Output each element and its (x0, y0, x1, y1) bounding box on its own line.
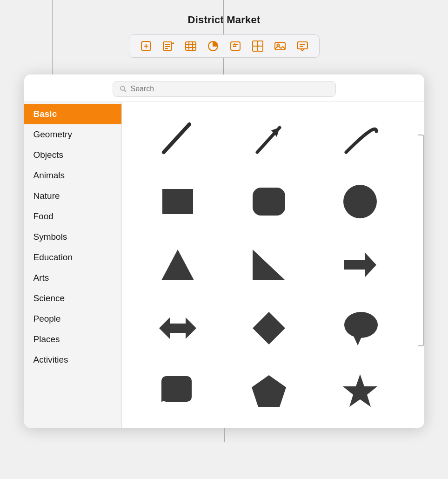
sidebar-item-people[interactable]: People (24, 309, 121, 329)
svg-point-43 (344, 312, 378, 338)
chart-icon[interactable] (207, 40, 220, 53)
shape-circle[interactable] (317, 174, 403, 229)
svg-text:A: A (233, 42, 236, 47)
shape-callout[interactable] (135, 364, 221, 419)
svg-marker-39 (253, 250, 285, 280)
table-icon[interactable] (184, 40, 197, 53)
title-bar: District Market (0, 14, 448, 26)
shape-double-arrow[interactable] (135, 300, 221, 356)
svg-rect-24 (258, 46, 263, 51)
search-icon (120, 85, 127, 93)
search-input-wrap[interactable] (113, 81, 336, 97)
toolbar: A (129, 34, 320, 58)
svg-marker-38 (161, 250, 194, 280)
shapes-area (122, 102, 424, 428)
svg-marker-47 (252, 375, 286, 407)
list-icon[interactable] (162, 40, 175, 53)
shape-star[interactable] (317, 364, 403, 419)
shape-arrow-right[interactable] (317, 237, 403, 293)
svg-rect-22 (258, 41, 263, 46)
sidebar-item-animals[interactable]: Animals (24, 165, 121, 186)
svg-rect-27 (297, 42, 308, 49)
shapes-grid (135, 110, 411, 419)
svg-marker-44 (353, 335, 362, 345)
svg-line-31 (124, 90, 126, 92)
svg-line-32 (164, 124, 189, 152)
scroll-bracket[interactable] (418, 135, 424, 346)
svg-marker-48 (343, 374, 377, 407)
app-window: District Market (0, 0, 448, 479)
main-area: Basic Geometry Objects Animals Nature Fo… (24, 102, 424, 428)
svg-rect-9 (186, 42, 196, 50)
sidebar-item-education[interactable]: Education (24, 247, 121, 268)
svg-marker-41 (159, 317, 196, 339)
shape-diagonal-line[interactable] (135, 110, 221, 166)
shape-arc[interactable] (317, 110, 403, 166)
sidebar: Basic Geometry Objects Animals Nature Fo… (24, 102, 122, 428)
svg-rect-25 (275, 42, 285, 50)
sidebar-item-geometry[interactable]: Geometry (24, 124, 121, 145)
shape-right-triangle[interactable] (226, 237, 312, 293)
shape-speech-bubble[interactable] (317, 300, 403, 356)
sidebar-item-food[interactable]: Food (24, 206, 121, 227)
text-icon[interactable]: A (229, 40, 242, 53)
sidebar-item-symbols[interactable]: Symbols (24, 227, 121, 247)
shapes-panel: Basic Geometry Objects Animals Nature Fo… (24, 74, 424, 428)
svg-rect-23 (253, 46, 258, 51)
search-input[interactable] (131, 85, 329, 93)
shape-arrow-diagonal[interactable] (226, 110, 312, 166)
sidebar-item-science[interactable]: Science (24, 288, 121, 309)
shape-rounded-rect[interactable] (226, 174, 312, 229)
svg-rect-35 (162, 189, 193, 214)
sidebar-item-arts[interactable]: Arts (24, 268, 121, 288)
shapes-icon[interactable] (251, 40, 264, 53)
svg-marker-42 (253, 312, 285, 344)
sidebar-item-places[interactable]: Places (24, 329, 121, 350)
svg-marker-40 (344, 252, 376, 277)
svg-point-37 (343, 185, 377, 218)
shape-pentagon[interactable] (226, 364, 312, 419)
sidebar-item-nature[interactable]: Nature (24, 186, 121, 206)
sidebar-item-activities[interactable]: Activities (24, 350, 121, 370)
shape-triangle[interactable] (135, 237, 221, 293)
svg-rect-21 (253, 41, 258, 46)
search-bar (24, 74, 424, 102)
sidebar-item-objects[interactable]: Objects (24, 145, 121, 165)
shape-rectangle[interactable] (135, 174, 221, 229)
annotation-line-bottom (224, 428, 225, 442)
shape-diamond[interactable] (226, 300, 312, 356)
add-icon[interactable] (140, 40, 153, 53)
image-icon[interactable] (274, 40, 287, 53)
sidebar-item-basic[interactable]: Basic (24, 104, 121, 124)
comment-icon[interactable] (296, 40, 309, 53)
app-title: District Market (188, 14, 261, 26)
svg-rect-36 (253, 188, 285, 216)
svg-point-30 (120, 86, 125, 90)
